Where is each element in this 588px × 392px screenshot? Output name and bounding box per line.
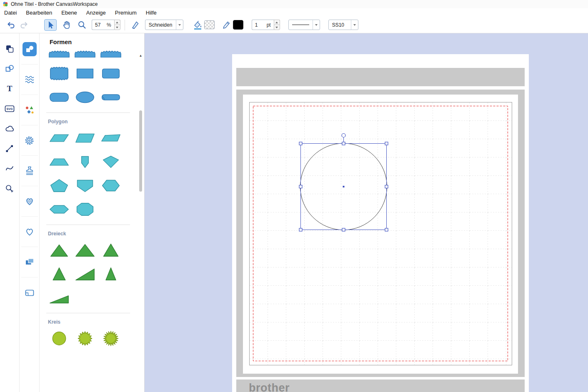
selection-handle-ne[interactable] xyxy=(385,142,388,145)
shape-trapezoid[interactable] xyxy=(48,154,70,170)
artboard[interactable]: brother xyxy=(232,54,529,392)
sidebar-item-line[interactable] xyxy=(3,139,16,159)
shape-circle[interactable] xyxy=(48,331,70,346)
mode-select-arrow[interactable] xyxy=(176,20,183,30)
stroke-width-unit: pt xyxy=(267,22,271,28)
stroke-width-decrease-button[interactable] xyxy=(274,25,280,30)
stroke-swatch[interactable] xyxy=(233,20,243,30)
selection-handle-sw[interactable] xyxy=(299,228,302,231)
shape-star[interactable] xyxy=(74,331,96,346)
shape-right-triangle[interactable] xyxy=(74,266,96,282)
shape-stamp-rect[interactable] xyxy=(48,66,70,81)
menu-hilfe[interactable]: Hilfe xyxy=(141,10,161,16)
stroke-width-increase-button[interactable] xyxy=(274,20,280,25)
selection-handle-s[interactable] xyxy=(342,228,345,231)
category-heart[interactable] xyxy=(21,217,38,247)
undo-button[interactable] xyxy=(5,19,18,31)
shape-kite[interactable] xyxy=(100,154,122,170)
scrollbar-thumb[interactable] xyxy=(139,110,142,192)
select-tool-button[interactable] xyxy=(44,19,57,31)
fill-color-button[interactable] xyxy=(192,19,204,31)
menu-bearbeiten[interactable]: Bearbeiten xyxy=(21,10,57,16)
zoom-decrease-button[interactable] xyxy=(114,25,120,30)
redo-button[interactable] xyxy=(18,19,30,31)
shape-parallelogram-wide[interactable] xyxy=(74,130,96,146)
mode-select-value: Schneiden xyxy=(145,22,176,28)
shape-shield[interactable] xyxy=(74,178,96,193)
category-basic-shapes[interactable] xyxy=(21,34,38,65)
shapes-section-kreis: Kreis xyxy=(46,313,130,346)
shape-grid xyxy=(46,130,130,217)
category-card[interactable] xyxy=(21,277,38,308)
sidebar-item-svg[interactable]: SVG xyxy=(3,99,16,119)
selection-handle-se[interactable] xyxy=(385,228,388,231)
selection-handle-nw[interactable] xyxy=(299,142,302,145)
pan-tool-button[interactable] xyxy=(60,19,73,31)
shape-grid xyxy=(46,331,130,346)
pen-icon xyxy=(222,20,232,30)
shape-triangle-tall[interactable] xyxy=(48,266,70,282)
canvas-workspace[interactable] xyxy=(249,102,512,365)
shape-hexagon-flat[interactable] xyxy=(48,202,70,217)
sidebar-item-curve[interactable] xyxy=(3,159,16,179)
heart-icon xyxy=(24,226,35,237)
category-gear[interactable] xyxy=(21,125,38,156)
sidebar-item-cloud[interactable] xyxy=(3,119,16,139)
selection-handle-n[interactable] xyxy=(342,142,345,145)
material-select-arrow[interactable] xyxy=(351,20,358,30)
shape-wedge[interactable] xyxy=(48,290,70,305)
menu-ebene[interactable]: Ebene xyxy=(57,10,82,16)
stroke-width-field[interactable]: 1 pt xyxy=(252,20,274,30)
sidebar-item-shapes[interactable] xyxy=(3,59,16,79)
shape-ellipse[interactable] xyxy=(74,90,96,105)
mode-select[interactable]: Schneiden xyxy=(145,20,183,30)
menu-datei[interactable]: Datei xyxy=(0,10,21,16)
menu-premium[interactable]: Premium xyxy=(110,10,141,16)
sidebar-item-trace[interactable] xyxy=(3,179,16,199)
shape-rounded-rect[interactable] xyxy=(100,66,122,81)
line-style-select-arrow[interactable] xyxy=(313,20,320,30)
zoom-unit: % xyxy=(107,22,111,28)
shape-scallop-bar[interactable] xyxy=(74,50,96,57)
rotation-handle[interactable] xyxy=(342,134,345,137)
stroke-color-button[interactable] xyxy=(220,19,233,31)
shape-hexagon[interactable] xyxy=(100,178,122,193)
zoom-tool-button[interactable] xyxy=(76,19,88,31)
shape-quad[interactable] xyxy=(100,130,122,146)
shape-octagon[interactable] xyxy=(74,202,96,217)
category-ornaments[interactable] xyxy=(21,95,38,125)
sidebar-item-text[interactable]: T xyxy=(3,79,16,99)
shape-parallelogram[interactable] xyxy=(48,130,70,146)
shape-pill[interactable] xyxy=(48,90,70,105)
category-wave-lines[interactable] xyxy=(21,65,38,95)
shape-pentagon-down[interactable] xyxy=(74,154,96,170)
shape-triangle-narrow[interactable] xyxy=(100,266,122,282)
blade-tool-button[interactable] xyxy=(129,19,142,31)
shape-triangle-b[interactable] xyxy=(74,242,96,258)
fill-swatch[interactable] xyxy=(204,20,215,29)
section-label: Kreis xyxy=(48,319,130,325)
shape-triangle-c[interactable] xyxy=(100,242,122,258)
selection-handle-w[interactable] xyxy=(299,185,302,188)
category-striped-heart[interactable] xyxy=(21,186,38,217)
shape-scallop-bar[interactable] xyxy=(48,50,70,57)
material-select[interactable]: SS10 xyxy=(328,20,358,30)
shape-rect[interactable] xyxy=(74,66,96,81)
category-stamp[interactable] xyxy=(21,156,38,186)
selection-handle-e[interactable] xyxy=(385,185,388,188)
shape-scallop-bar[interactable] xyxy=(100,50,122,57)
shape-triangle[interactable] xyxy=(48,242,70,258)
canvas-area[interactable]: brother xyxy=(145,33,588,392)
stroke-width-spinbox: 1 pt xyxy=(252,20,280,30)
menu-anzeige[interactable]: Anzeige xyxy=(82,10,110,16)
shape-pentagon[interactable] xyxy=(48,178,70,193)
zoom-increase-button[interactable] xyxy=(114,20,120,25)
category-photo-frames[interactable] xyxy=(21,247,38,277)
sidebar-item-project[interactable] xyxy=(3,39,16,59)
zoom-field[interactable]: 57 % xyxy=(92,20,114,30)
shape-burst[interactable] xyxy=(100,331,122,346)
line-style-select[interactable] xyxy=(288,20,320,30)
scroll-up-arrow[interactable]: ▲ xyxy=(138,54,143,57)
panel-scrollbar: ▲ xyxy=(138,50,143,392)
shape-thin-pill[interactable] xyxy=(100,90,122,105)
